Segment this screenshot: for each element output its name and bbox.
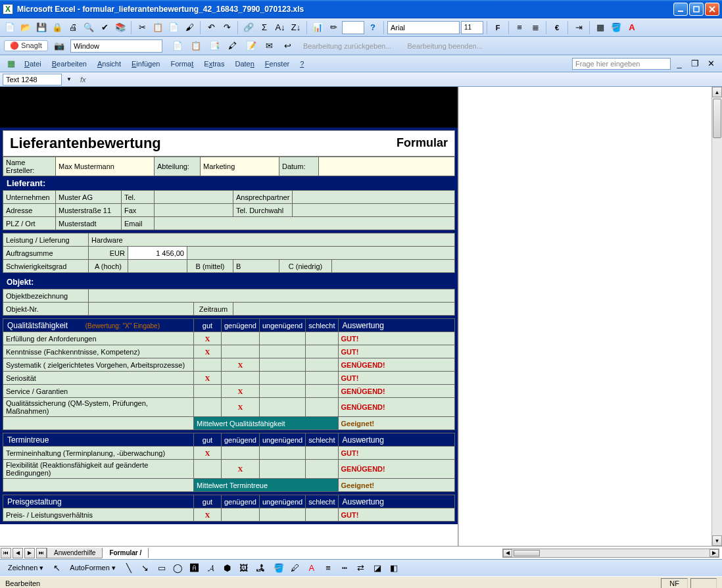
permission-icon[interactable]: 🔒 [50,20,64,35]
menu-fenster[interactable]: Fenster [260,59,294,69]
3d-icon[interactable]: ◧ [387,561,401,576]
name-box[interactable]: Text 1248 [3,74,62,86]
research-icon[interactable]: 📚 [113,20,128,35]
rating-cell-gen[interactable]: X [222,398,260,417]
rating-cell-ungen[interactable] [259,385,305,398]
rating-cell-gen[interactable] [222,372,260,385]
line-color-icon[interactable]: 🖊 [288,561,302,576]
preview-icon[interactable]: 🔍 [82,20,96,35]
diagram-icon[interactable]: ⬢ [220,561,235,576]
picture-icon[interactable]: 🏞 [253,561,268,576]
open-icon[interactable]: 📂 [18,20,33,35]
dash-icon[interactable]: ┅ [337,561,352,576]
sort-asc-icon[interactable]: A↓ [273,20,287,35]
minimize-button[interactable] [673,3,688,16]
fx-icon[interactable]: fx [80,76,86,84]
rating-cell-schl[interactable] [306,372,338,385]
rating-cell-schl[interactable] [306,332,338,345]
rating-cell-schl[interactable] [306,345,338,358]
menu-daten[interactable]: Daten [230,59,258,69]
rating-cell-ungen[interactable] [259,508,305,522]
rating-cell-gen[interactable]: X [222,358,260,372]
snagit-profile-combo[interactable]: Window [70,39,162,53]
shadow-icon[interactable]: ◪ [370,561,385,576]
textbox-icon[interactable]: 🅰 [187,561,202,576]
font-size-combo[interactable]: 11 [461,21,483,34]
clipart-icon[interactable]: 🖼 [237,561,251,576]
help-icon[interactable]: ? [366,20,380,35]
undo-icon[interactable]: ↶ [204,20,218,35]
fill-color-icon[interactable]: 🪣 [609,20,623,35]
cut-icon[interactable]: ✂ [135,20,149,35]
copy-icon[interactable]: 📋 [151,20,165,35]
rating-cell-ungen[interactable] [259,372,305,385]
line-icon[interactable]: ╲ [122,561,136,576]
tb2-icon[interactable]: 📝 [244,39,258,53]
rating-cell-gen[interactable] [222,447,260,460]
rating-cell-schl[interactable] [306,508,338,522]
rating-cell-gut[interactable]: X [194,332,222,345]
tab-next-icon[interactable]: ▶ [24,548,35,558]
meta-name-value[interactable]: Max Mustermann [56,157,155,176]
spellcheck-icon[interactable]: ✔ [97,20,112,35]
menu-ansicht[interactable]: Ansicht [93,59,126,69]
rating-cell-ungen[interactable] [259,345,305,358]
vertical-scrollbar[interactable]: ▲ ▼ [711,87,722,546]
scroll-thumb[interactable] [713,99,721,138]
rating-cell-ungen[interactable] [259,447,305,460]
rating-cell-gut[interactable]: X [194,508,222,522]
rating-cell-schl[interactable] [306,358,338,372]
rating-cell-schl[interactable] [306,398,338,417]
namebox-dropdown-icon[interactable]: ▼ [62,72,76,87]
rating-cell-schl[interactable] [306,460,338,479]
hyperlink-icon[interactable]: 🔗 [241,20,256,35]
tb2-icon[interactable]: 📑 [207,39,222,53]
rating-cell-ungen[interactable] [259,460,305,479]
tb2-icon[interactable]: 📋 [189,39,203,53]
font-name-combo[interactable]: Arial [387,21,460,34]
new-icon[interactable]: 📄 [3,20,17,35]
font-color-icon[interactable]: A [625,20,639,35]
borders-icon[interactable]: ▦ [593,20,608,35]
select-arrow-icon[interactable]: ↖ [49,561,64,576]
scroll-up-icon[interactable]: ▲ [712,87,722,97]
menu-datei[interactable]: Datei [20,59,46,69]
rating-cell-gen[interactable] [222,332,260,345]
save-icon[interactable]: 💾 [34,20,49,35]
menu-einfuegen[interactable]: Einfügen [127,59,164,69]
sort-desc-icon[interactable]: Z↓ [289,20,303,35]
hscroll-left-icon[interactable]: ◀ [503,549,512,557]
zeichnen-menu[interactable]: Zeichnen ▾ [4,562,47,574]
rating-cell-gut[interactable]: X [194,372,222,385]
rating-cell-gen[interactable] [222,345,260,358]
hscroll-thumb[interactable] [514,550,540,556]
doc-restore-icon[interactable]: ❐ [688,57,702,71]
indent-icon[interactable]: ⇥ [571,20,586,35]
print-icon[interactable]: 🖨 [66,20,80,35]
menu-extras[interactable]: Extras [199,59,229,69]
menu-format[interactable]: Format [166,59,198,69]
rating-cell-ungen[interactable] [259,332,305,345]
currency-icon[interactable]: € [550,20,564,35]
autoformen-menu[interactable]: AutoFormen ▾ [66,562,120,574]
rating-cell-schl[interactable] [306,447,338,460]
tb2-icon[interactable]: ✉ [262,39,277,53]
rating-cell-gut[interactable] [194,398,222,417]
hscroll-right-icon[interactable]: ▶ [710,549,719,557]
rect-icon[interactable]: ▭ [155,561,169,576]
rating-cell-ungen[interactable] [259,358,305,372]
doc-minimize-icon[interactable]: _ [672,57,686,71]
tb2-icon[interactable]: 🖍 [226,39,240,53]
excel-doc-icon[interactable]: ▦ [4,57,18,71]
tb2-icon[interactable]: 📄 [170,39,185,53]
tab-last-icon[interactable]: ⏭ [36,548,47,558]
rating-cell-ungen[interactable] [259,398,305,417]
wordart-icon[interactable]: 𝓐 [204,561,218,576]
tab-anwenderhilfe[interactable]: Anwenderhilfe [47,548,103,558]
meta-datum-value[interactable] [319,157,455,176]
fill-icon[interactable]: 🪣 [272,561,286,576]
format-painter-icon[interactable]: 🖌 [182,20,197,35]
worksheet[interactable]: Lieferantenbewertung Formular Name Erste… [0,87,458,546]
rating-cell-gut[interactable]: X [194,345,222,358]
rating-cell-gut[interactable] [194,460,222,479]
